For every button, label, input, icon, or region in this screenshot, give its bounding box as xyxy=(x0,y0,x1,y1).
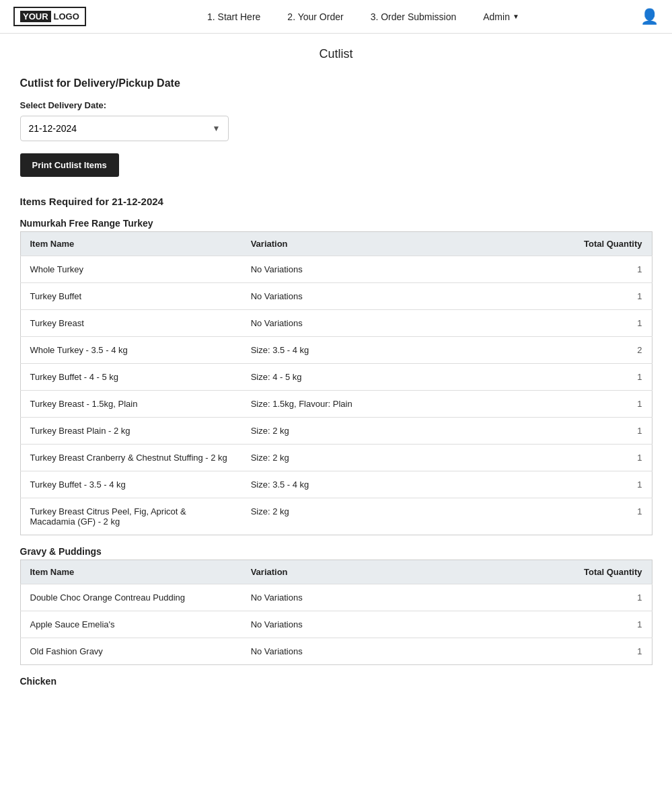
nav-admin-label: Admin xyxy=(483,11,510,22)
table-row: Turkey Breast - 1.5kg, PlainSize: 1.5kg,… xyxy=(20,391,652,418)
table-cell-variation: No Variations xyxy=(241,256,526,283)
table-cell-variation: No Variations xyxy=(241,584,526,611)
date-select[interactable]: 21-12-2024 xyxy=(20,116,229,141)
logo-your: YOUR xyxy=(20,11,51,22)
category-heading-1: Gravy & Puddings xyxy=(20,546,652,557)
table-cell-quantity: 1 xyxy=(525,418,652,445)
table-cell-item-name: Turkey Buffet - 4 - 5 kg xyxy=(20,364,241,391)
table-cell-item-name: Turkey Buffet xyxy=(20,283,241,310)
table-cell-variation: No Variations xyxy=(241,638,526,665)
table-row: Whole TurkeyNo Variations1 xyxy=(20,256,652,283)
table-cell-quantity: 1 xyxy=(525,611,652,638)
table-row: Old Fashion GravyNo Variations1 xyxy=(20,638,652,665)
table-cell-variation: No Variations xyxy=(241,611,526,638)
table-cell-item-name: Turkey Breast Citrus Peel, Fig, Apricot … xyxy=(20,498,241,535)
table-cell-quantity: 1 xyxy=(525,364,652,391)
logo-logo: LOGO xyxy=(54,11,79,22)
table-cell-item-name: Whole Turkey xyxy=(20,256,241,283)
page-title: Cutlist xyxy=(20,47,652,61)
col-header-variation: Variation xyxy=(241,232,526,256)
table-cell-quantity: 1 xyxy=(525,391,652,418)
header: YOUR LOGO 1. Start Here 2. Your Order 3.… xyxy=(0,0,672,34)
items-required-heading: Items Required for 21-12-2024 xyxy=(20,196,652,207)
col-header-total-quantity: Total Quantity xyxy=(525,232,652,256)
table-cell-variation: No Variations xyxy=(241,283,526,310)
table-cell-variation: No Variations xyxy=(241,310,526,337)
nav-step2[interactable]: 2. Your Order xyxy=(287,11,343,22)
table-cell-quantity: 1 xyxy=(525,445,652,471)
table-row: Turkey BreastNo Variations1 xyxy=(20,310,652,337)
date-select-wrapper: 21-12-2024 ▼ xyxy=(20,116,229,141)
nav-step3[interactable]: 3. Order Submission xyxy=(371,11,457,22)
table-cell-item-name: Double Choc Orange Contreau Pudding xyxy=(20,584,241,611)
table-cell-variation: Size: 4 - 5 kg xyxy=(241,364,526,391)
table-cell-item-name: Turkey Breast Plain - 2 kg xyxy=(20,418,241,445)
table-cell-item-name: Turkey Buffet - 3.5 - 4 kg xyxy=(20,471,241,498)
col-header-total-quantity: Total Quantity xyxy=(525,560,652,584)
col-header-item-name: Item Name xyxy=(20,560,241,584)
table-cell-variation: Size: 1.5kg, Flavour: Plain xyxy=(241,391,526,418)
category-heading-2: Chicken xyxy=(20,676,652,687)
cutlist-table-0: Item NameVariationTotal QuantityWhole Tu… xyxy=(20,231,652,535)
nav-admin-menu[interactable]: Admin ▼ xyxy=(483,11,519,22)
table-row: Turkey Buffet - 3.5 - 4 kgSize: 3.5 - 4 … xyxy=(20,471,652,498)
table-cell-quantity: 2 xyxy=(525,337,652,364)
user-icon[interactable]: 👤 xyxy=(640,8,659,26)
table-row: Whole Turkey - 3.5 - 4 kgSize: 3.5 - 4 k… xyxy=(20,337,652,364)
table-cell-variation: Size: 2 kg xyxy=(241,418,526,445)
chevron-down-icon: ▼ xyxy=(513,13,519,20)
delivery-date-label: Select Delivery Date: xyxy=(20,100,652,110)
table-cell-item-name: Old Fashion Gravy xyxy=(20,638,241,665)
categories-container: Numurkah Free Range TurkeyItem NameVaria… xyxy=(20,218,652,687)
category-heading-0: Numurkah Free Range Turkey xyxy=(20,218,652,229)
table-cell-quantity: 1 xyxy=(525,638,652,665)
table-cell-item-name: Turkey Breast xyxy=(20,310,241,337)
print-cutlist-button[interactable]: Print Cutlist Items xyxy=(20,153,119,177)
table-cell-item-name: Turkey Breast - 1.5kg, Plain xyxy=(20,391,241,418)
nav-step1[interactable]: 1. Start Here xyxy=(207,11,260,22)
table-row: Turkey Breast Citrus Peel, Fig, Apricot … xyxy=(20,498,652,535)
table-cell-variation: Size: 3.5 - 4 kg xyxy=(241,337,526,364)
table-cell-item-name: Apple Sauce Emelia's xyxy=(20,611,241,638)
table-cell-quantity: 1 xyxy=(525,584,652,611)
col-header-variation: Variation xyxy=(241,560,526,584)
table-row: Turkey BuffetNo Variations1 xyxy=(20,283,652,310)
table-cell-quantity: 1 xyxy=(525,256,652,283)
table-cell-variation: Size: 2 kg xyxy=(241,498,526,535)
table-cell-variation: Size: 2 kg xyxy=(241,445,526,471)
table-cell-item-name: Turkey Breast Cranberry & Chestnut Stuff… xyxy=(20,445,241,471)
table-row: Turkey Buffet - 4 - 5 kgSize: 4 - 5 kg1 xyxy=(20,364,652,391)
table-row: Double Choc Orange Contreau PuddingNo Va… xyxy=(20,584,652,611)
table-cell-quantity: 1 xyxy=(525,471,652,498)
nav-links: 1. Start Here 2. Your Order 3. Order Sub… xyxy=(207,11,519,22)
logo[interactable]: YOUR LOGO xyxy=(13,7,86,26)
section-heading: Cutlist for Delivery/Pickup Date xyxy=(20,77,652,89)
table-cell-quantity: 1 xyxy=(525,310,652,337)
page-content: Cutlist Cutlist for Delivery/Pickup Date… xyxy=(7,34,666,703)
table-row: Turkey Breast Plain - 2 kgSize: 2 kg1 xyxy=(20,418,652,445)
table-cell-quantity: 1 xyxy=(525,283,652,310)
cutlist-table-1: Item NameVariationTotal QuantityDouble C… xyxy=(20,560,652,665)
table-row: Turkey Breast Cranberry & Chestnut Stuff… xyxy=(20,445,652,471)
table-cell-variation: Size: 3.5 - 4 kg xyxy=(241,471,526,498)
table-row: Apple Sauce Emelia'sNo Variations1 xyxy=(20,611,652,638)
table-cell-quantity: 1 xyxy=(525,498,652,535)
col-header-item-name: Item Name xyxy=(20,232,241,256)
table-cell-item-name: Whole Turkey - 3.5 - 4 kg xyxy=(20,337,241,364)
